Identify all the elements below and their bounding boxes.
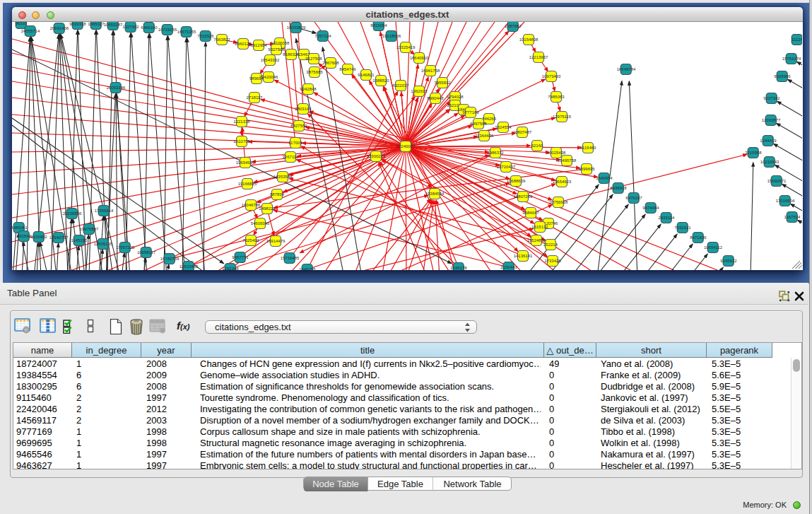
svg-text:11124: 11124 xyxy=(792,37,802,42)
svg-text:9242848: 9242848 xyxy=(300,87,317,91)
svg-text:16046786: 16046786 xyxy=(242,203,261,207)
svg-text:252214: 252214 xyxy=(543,243,558,247)
svg-text:9684047: 9684047 xyxy=(522,211,539,215)
svg-text:1244419: 1244419 xyxy=(760,139,777,143)
svg-text:1292348: 1292348 xyxy=(222,267,239,270)
svg-text:9227342: 9227342 xyxy=(763,96,780,100)
svg-text:1145195: 1145195 xyxy=(71,238,88,243)
svg-text:14353584: 14353584 xyxy=(273,175,293,179)
svg-text:17240007: 17240007 xyxy=(396,144,416,148)
svg-text:10719155: 10719155 xyxy=(158,28,177,32)
svg-text:9474444: 9474444 xyxy=(642,206,659,210)
svg-text:9457771: 9457771 xyxy=(232,255,249,259)
svg-text:12213967: 12213967 xyxy=(529,55,548,59)
svg-text:17957225: 17957225 xyxy=(116,245,135,250)
svg-text:9329966: 9329966 xyxy=(774,74,791,78)
svg-text:1649255: 1649255 xyxy=(299,267,316,270)
svg-text:21364436: 21364436 xyxy=(475,134,494,138)
svg-text:9115460: 9115460 xyxy=(580,146,597,150)
svg-text:19975887: 19975887 xyxy=(80,227,99,231)
svg-text:10654112: 10654112 xyxy=(704,245,723,250)
svg-text:2867608: 2867608 xyxy=(322,61,339,65)
svg-text:20756928: 20756928 xyxy=(549,200,568,204)
svg-text:7357224: 7357224 xyxy=(314,34,331,38)
svg-text:10807487: 10807487 xyxy=(513,130,532,134)
svg-text:8990448: 8990448 xyxy=(427,96,444,100)
svg-text:12823485: 12823485 xyxy=(180,264,199,269)
svg-text:6466160: 6466160 xyxy=(141,25,158,30)
svg-text:20053346: 20053346 xyxy=(107,86,126,90)
svg-text:1610755: 1610755 xyxy=(233,139,250,144)
svg-text:16782759: 16782759 xyxy=(160,257,180,261)
svg-text:1167534: 1167534 xyxy=(784,215,801,219)
svg-text:1362615: 1362615 xyxy=(411,89,428,93)
svg-text:746266: 746266 xyxy=(482,117,497,121)
svg-text:10210643: 10210643 xyxy=(760,160,779,164)
svg-text:15751074: 15751074 xyxy=(782,57,801,61)
svg-text:3267110: 3267110 xyxy=(283,155,300,159)
svg-text:8660124: 8660124 xyxy=(235,42,252,46)
svg-text:4485061: 4485061 xyxy=(12,226,28,230)
svg-text:7663822: 7663822 xyxy=(213,37,230,42)
svg-text:2933114: 2933114 xyxy=(659,216,676,220)
svg-text:15716485: 15716485 xyxy=(281,256,300,260)
svg-text:12975115: 12975115 xyxy=(553,115,572,119)
svg-text:2646178: 2646178 xyxy=(450,266,467,270)
svg-text:2156443: 2156443 xyxy=(500,265,517,269)
svg-text:8938918: 8938918 xyxy=(610,186,627,190)
svg-text:16033809: 16033809 xyxy=(287,25,306,30)
svg-text:117005: 117005 xyxy=(288,141,302,145)
svg-text:9777169: 9777169 xyxy=(462,110,479,115)
svg-text:15720407: 15720407 xyxy=(497,165,516,169)
svg-text:6479197: 6479197 xyxy=(625,196,642,200)
svg-text:2718117: 2718117 xyxy=(247,95,264,100)
svg-text:8322037: 8322037 xyxy=(392,83,409,88)
svg-text:14136141: 14136141 xyxy=(514,254,533,258)
svg-text:391544: 391544 xyxy=(17,234,32,238)
svg-text:15692971: 15692971 xyxy=(767,179,787,183)
svg-text:10653287: 10653287 xyxy=(104,23,123,27)
svg-text:2803144: 2803144 xyxy=(295,107,312,111)
svg-text:8427552: 8427552 xyxy=(290,124,307,128)
svg-text:10154808: 10154808 xyxy=(519,37,539,42)
svg-text:8454749: 8454749 xyxy=(339,67,356,71)
svg-text:1615132: 1615132 xyxy=(531,225,548,229)
svg-text:16671355: 16671355 xyxy=(177,30,196,34)
svg-text:9245612: 9245612 xyxy=(720,259,737,263)
svg-text:9146821: 9146821 xyxy=(358,73,375,77)
svg-text:10025438: 10025438 xyxy=(547,151,566,155)
svg-text:10973493: 10973493 xyxy=(542,74,561,78)
svg-text:7515526: 7515526 xyxy=(197,34,214,38)
svg-text:17359914: 17359914 xyxy=(95,209,114,213)
svg-text:1498222: 1498222 xyxy=(259,206,276,211)
svg-text:20206556: 20206556 xyxy=(63,211,82,216)
svg-text:1221338: 1221338 xyxy=(233,119,250,124)
svg-text:1327602: 1327602 xyxy=(122,25,139,29)
svg-text:3875685: 3875685 xyxy=(306,70,323,74)
svg-text:7955812: 7955812 xyxy=(434,81,451,85)
svg-text:18640910: 18640910 xyxy=(410,56,429,60)
svg-text:15495758: 15495758 xyxy=(558,158,577,163)
svg-text:96333: 96333 xyxy=(16,22,28,25)
svg-text:62160: 62160 xyxy=(531,144,543,148)
svg-text:8813054: 8813054 xyxy=(370,23,387,28)
svg-text:54609345: 54609345 xyxy=(251,221,270,226)
svg-text:16648784: 16648784 xyxy=(617,67,636,71)
svg-text:16914479: 16914479 xyxy=(266,239,286,243)
svg-text:24055714: 24055714 xyxy=(21,29,40,33)
svg-text:887834: 887834 xyxy=(270,192,285,197)
svg-text:9327508: 9327508 xyxy=(268,47,285,52)
svg-text:17016504: 17016504 xyxy=(776,199,795,203)
svg-text:7485063: 7485063 xyxy=(548,95,565,99)
svg-text:19384554: 19384554 xyxy=(425,192,445,196)
svg-text:7625402: 7625402 xyxy=(242,238,259,243)
svg-text:1588520: 1588520 xyxy=(372,78,389,83)
svg-text:23420046: 23420046 xyxy=(259,75,278,79)
svg-text:12505135: 12505135 xyxy=(94,242,113,246)
svg-text:1215682: 1215682 xyxy=(30,235,47,239)
svg-text:3912954: 3912954 xyxy=(250,43,267,47)
svg-text:8471636: 8471636 xyxy=(690,235,707,240)
svg-text:19654955: 19654955 xyxy=(236,160,255,165)
svg-text:19654923: 19654923 xyxy=(553,180,572,184)
svg-text:19166825: 19166825 xyxy=(238,182,257,186)
